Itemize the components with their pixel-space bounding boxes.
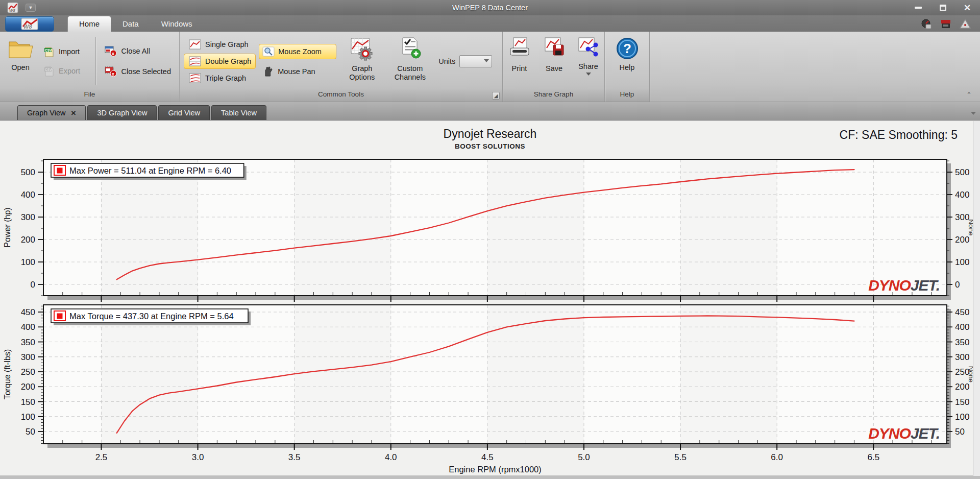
graph-view-panel: Dynojet Research BOOST SOLUTIONS CF: SAE…: [0, 121, 980, 475]
tab-grid-view[interactable]: Grid View: [158, 105, 210, 120]
share-button[interactable]: Share: [573, 34, 604, 88]
close-all-button-label: Close All: [121, 47, 150, 55]
print-button[interactable]: Print: [503, 34, 536, 88]
svg-text:x: x: [112, 51, 114, 56]
save-button-label: Save: [546, 64, 562, 73]
export-button[interactable]: CSV Export: [40, 64, 90, 78]
triple-graph-button[interactable]: Triple Graph: [184, 70, 256, 86]
power-y-axis-label: Power (hp): [3, 207, 12, 247]
custom-channels-label: Custom Channels: [389, 64, 430, 81]
group-label-common-tools: Common Tools: [180, 88, 502, 102]
svg-text:100: 100: [21, 257, 35, 267]
export-button-label: Export: [59, 67, 80, 75]
chart-gear-icon: [348, 37, 376, 61]
single-graph-button[interactable]: Single Graph: [184, 37, 256, 52]
tab-grid-view-label: Grid View: [168, 109, 200, 117]
x-axis-label: Engine RPM (rpmx1000): [449, 465, 542, 474]
svg-text:400: 400: [21, 322, 35, 332]
minimize-button[interactable]: [913, 3, 924, 12]
svg-text:300: 300: [21, 212, 35, 222]
double-graph-icon: [188, 56, 202, 67]
power-legend[interactable]: Max Power = 511.04 at Engine RPM = 6.40: [51, 163, 247, 180]
maximize-icon: [940, 5, 946, 11]
ribbon-spacer: ⌃: [650, 32, 980, 102]
close-selected-button-label: Close Selected: [121, 67, 171, 76]
datalog-device-icon[interactable]: [940, 18, 951, 30]
ribbon-group-help: ? Help Help: [605, 32, 650, 102]
units-label: Units: [438, 57, 455, 65]
ribbon-group-common-tools: Single Graph Double Graph: [180, 32, 503, 102]
group-divider: [95, 37, 96, 85]
floppy-icon: [542, 37, 567, 61]
svg-text:?: ?: [623, 41, 631, 56]
tab-table-view[interactable]: Table View: [211, 105, 266, 120]
torque-chart[interactable]: 5050100100150150200200250250300300350350…: [0, 303, 980, 476]
collapse-ribbon-icon[interactable]: ⌃: [966, 91, 972, 99]
tab-table-view-label: Table View: [221, 109, 257, 117]
folder-icon: [7, 37, 34, 60]
tab-graph-view[interactable]: Graph View ✕: [17, 105, 86, 120]
import-button[interactable]: CSV Import: [40, 44, 90, 59]
custom-channels-button[interactable]: Custom Channels: [385, 34, 434, 88]
svg-text:3.5: 3.5: [288, 452, 301, 462]
checklist-plus-icon: [397, 37, 423, 61]
svg-text:150: 150: [21, 397, 35, 407]
svg-text:0: 0: [31, 280, 35, 290]
svg-text:500: 500: [955, 167, 969, 177]
print-button-label: Print: [512, 64, 527, 73]
graph-title: Dynojet Research: [0, 127, 980, 141]
svg-text:100: 100: [955, 257, 969, 267]
svg-text:400: 400: [955, 190, 969, 200]
close-all-icon: x: [104, 45, 117, 57]
title-bar: W8 ▼ WinPEP 8 Data Center ✕: [0, 0, 980, 15]
svg-text:100: 100: [21, 412, 35, 422]
svg-text:50: 50: [26, 427, 35, 437]
double-graph-label: Double Graph: [205, 57, 251, 65]
close-all-button[interactable]: x Close All: [101, 43, 174, 59]
share-nodes-icon: [577, 37, 600, 59]
gauge-icon[interactable]: [921, 18, 932, 30]
dynojet-watermark: DYNOJET.: [868, 277, 940, 294]
svg-text:300: 300: [955, 352, 969, 362]
share-dropdown-icon: [586, 73, 591, 76]
svg-text:450: 450: [21, 307, 35, 317]
svg-text:W8: W8: [23, 23, 32, 30]
ribbon-tab-home[interactable]: Home: [67, 16, 111, 32]
ribbon-tab-data[interactable]: Data: [111, 16, 150, 32]
close-selected-button[interactable]: x Close Selected: [101, 64, 174, 79]
svg-text:0: 0: [955, 280, 960, 290]
svg-text:4.0: 4.0: [385, 452, 397, 462]
hazard-triangle-icon[interactable]: [960, 18, 971, 30]
winpep-logo-icon: W8: [18, 17, 41, 31]
units-dropdown[interactable]: [459, 55, 492, 67]
svg-text:6.0: 6.0: [771, 452, 783, 462]
tab-overflow-icon[interactable]: [971, 112, 976, 115]
double-graph-button[interactable]: Double Graph: [184, 54, 256, 69]
maximize-button[interactable]: [937, 3, 948, 12]
ribbon-tab-windows[interactable]: Windows: [150, 16, 204, 32]
group-label-file: File: [0, 88, 179, 102]
power-chart[interactable]: 00100100200200300300400400500500DYNOJET.…: [0, 150, 980, 303]
single-graph-icon: [188, 39, 202, 50]
mouse-zoom-button[interactable]: Mouse Zoom: [259, 44, 336, 59]
share-button-label: Share: [578, 62, 598, 71]
torque-legend[interactable]: Max Torque = 437.30 at Engine RPM = 5.64: [51, 309, 251, 325]
mouse-pan-button[interactable]: Mouse Pan: [259, 64, 336, 79]
ribbon-group-file: Open CSV Import: [0, 32, 180, 102]
close-tab-icon[interactable]: ✕: [71, 109, 77, 117]
dialog-launcher-button[interactable]: ◢: [492, 92, 500, 100]
help-button[interactable]: ? Help: [611, 34, 643, 88]
chevron-down-icon: [484, 59, 489, 62]
tab-graph-view-label: Graph View: [27, 109, 66, 117]
save-button[interactable]: Save: [538, 34, 571, 88]
tab-3d-graph-view[interactable]: 3D Graph View: [87, 105, 157, 120]
mouse-zoom-label: Mouse Zoom: [278, 47, 322, 56]
minimize-icon: [915, 7, 922, 9]
open-button[interactable]: Open: [3, 34, 38, 88]
question-icon: ?: [616, 37, 639, 60]
app-menu-button[interactable]: W8: [5, 16, 54, 32]
vertical-scrollbar[interactable]: [973, 121, 980, 476]
graph-options-button[interactable]: Graph Options: [338, 34, 385, 88]
window-title: WinPEP 8 Data Center: [0, 4, 980, 12]
close-button[interactable]: ✕: [962, 3, 973, 12]
